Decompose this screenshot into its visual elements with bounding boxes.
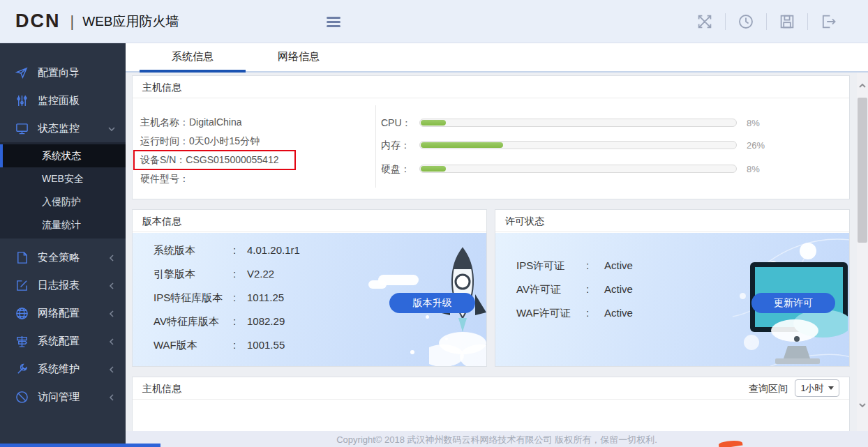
page-footer: Copyright© 2018 武汉神州数码云科网络技术有限公司 版权所有，保留… xyxy=(126,431,868,447)
sliders-icon xyxy=(15,94,29,107)
license-row: AV许可证:Active xyxy=(516,278,633,301)
sidebar-item-label: 日志报表 xyxy=(38,279,80,292)
sidebar-subitem-traffic-stats[interactable]: 流量统计 xyxy=(0,213,126,236)
wrench-icon xyxy=(15,363,29,376)
panel-title: 版本信息 xyxy=(133,210,486,232)
sparkle-dot xyxy=(426,315,429,319)
tab-network-info[interactable]: 网络信息 xyxy=(246,43,352,73)
disk-progressbar xyxy=(419,165,737,173)
sidebar-subitem-system-status[interactable]: 系统状态 xyxy=(0,144,126,167)
version-row: WAF版本:1001.55 xyxy=(154,333,300,357)
header-divider xyxy=(766,13,767,30)
license-panel-body: IPS许可证:Active AV许可证:Active WAF许可证:Active… xyxy=(495,233,849,366)
sidebar-item-security-policy[interactable]: 安全策略 xyxy=(0,243,126,271)
sidebar-item-access-management[interactable]: 访问管理 xyxy=(0,383,126,411)
scrollbar-thumb[interactable] xyxy=(858,98,867,243)
sidebar-item-label: 网络配置 xyxy=(38,307,80,320)
uptime-row: 运行时间：0天0小时15分钟 xyxy=(140,132,278,151)
edit-icon xyxy=(15,279,29,292)
memory-percent: 26% xyxy=(747,140,765,151)
paper-plane-icon xyxy=(15,66,29,79)
panel-title: 许可状态 xyxy=(495,210,849,232)
panel-title: 主机信息 xyxy=(133,76,849,98)
copyright-text: Copyright© 2018 武汉神州数码云科网络技术有限公司 版权所有，保留… xyxy=(336,434,657,445)
header-divider xyxy=(807,13,808,30)
chevron-left-icon xyxy=(107,308,116,317)
logout-icon[interactable] xyxy=(820,13,837,30)
cloud-shape xyxy=(368,280,387,289)
cpu-progressbar xyxy=(419,119,737,127)
sidebar-item-system-maintenance[interactable]: 系统维护 xyxy=(0,355,126,383)
chevron-left-icon xyxy=(107,392,116,400)
sidebar-item-label: 系统维护 xyxy=(38,363,80,376)
license-row: WAF许可证:Active xyxy=(516,301,633,325)
status-monitor-submenu: 系统状态 WEB安全 入侵防护 流量统计 xyxy=(0,142,126,238)
chevron-left-icon xyxy=(107,252,116,261)
version-panel-body: 系统版本:4.01.20.1r1 引擎版本:V2.22 IPS特征库版本:101… xyxy=(133,233,486,366)
version-upgrade-button[interactable]: 版本升级 xyxy=(389,293,475,313)
query-range-select[interactable]: 1小时 xyxy=(795,379,839,397)
sidebar-nav: 配置向导 监控面板 状态监控 系统状态 WEB安全 入侵防护 流量统计 xyxy=(0,43,126,447)
bottom-accent-bar xyxy=(0,444,160,447)
sparkle-dot xyxy=(410,350,414,354)
dcn-logo: DCN xyxy=(15,10,61,32)
sidebar-item-system-config[interactable]: 系统配置 xyxy=(0,327,126,355)
sidebar-item-label: 安全策略 xyxy=(38,251,80,264)
vertical-scrollbar[interactable] xyxy=(857,73,868,431)
dropdown-caret-icon xyxy=(828,386,834,390)
app-window: DCN | WEB应用防火墙 xyxy=(0,0,868,447)
globe-icon xyxy=(15,307,29,320)
cpu-percent: 8% xyxy=(747,118,760,128)
sidebar-item-label: 监控面板 xyxy=(38,94,80,107)
sidebar-item-status-monitor[interactable]: 状态监控 xyxy=(0,114,126,142)
logo-divider: | xyxy=(70,13,75,31)
license-rows: IPS许可证:Active AV许可证:Active WAF许可证:Active xyxy=(516,254,633,325)
scroll-up-arrow[interactable] xyxy=(857,75,868,96)
header-divider xyxy=(725,13,726,30)
panel-title: 主机信息 xyxy=(142,377,181,400)
sidebar-item-label: 状态监控 xyxy=(38,122,80,135)
sidebar-item-label: 访问管理 xyxy=(38,391,80,404)
sidebar-item-log-reports[interactable]: 日志报表 xyxy=(0,271,126,299)
app-title: WEB应用防火墙 xyxy=(82,13,179,31)
version-row: 系统版本:4.01.20.1r1 xyxy=(154,238,300,262)
sidebar-item-dashboard[interactable]: 监控面板 xyxy=(0,86,126,114)
version-info-panel: 版本信息 系统版本:4.01.20.1r1 引擎版本:V2.22 I xyxy=(132,209,487,367)
memory-progressbar xyxy=(419,141,737,149)
serial-number-highlight-box xyxy=(133,150,296,170)
query-range-label: 查询区间 xyxy=(749,377,788,400)
hardware-model-row: 硬件型号： xyxy=(140,169,278,188)
scroll-down-arrow[interactable] xyxy=(857,395,868,416)
sparkle-dot xyxy=(445,338,448,340)
vertical-divider xyxy=(375,105,376,188)
sidebar-item-network-config[interactable]: 网络配置 xyxy=(0,299,126,327)
fullscreen-icon[interactable] xyxy=(696,13,713,30)
save-icon[interactable] xyxy=(779,13,795,30)
license-status-panel: 许可状态 IPS许可证:Active AV许可证:A xyxy=(495,209,850,367)
sidebar-subitem-intrusion-prevention[interactable]: 入侵防护 xyxy=(0,190,126,213)
license-row: IPS许可证:Active xyxy=(516,254,633,278)
disk-percent: 8% xyxy=(747,164,760,174)
top-header: DCN | WEB应用防火墙 xyxy=(0,0,868,43)
version-row: IPS特征库版本:1011.25 xyxy=(154,286,300,310)
host-name-row: 主机名称：DigitalChina xyxy=(140,113,278,132)
version-rows: 系统版本:4.01.20.1r1 引擎版本:V2.22 IPS特征库版本:101… xyxy=(154,238,300,357)
chevron-left-icon xyxy=(107,336,116,344)
orange-illustration-fragment xyxy=(719,439,743,447)
chevron-down-icon xyxy=(107,123,116,132)
host-info-panel: 主机信息 主机名称：DigitalChina 运行时间：0天0小时15分钟 设备… xyxy=(132,75,850,199)
chevron-left-icon xyxy=(107,280,116,289)
version-row: 引擎版本:V2.22 xyxy=(154,262,300,286)
sidebar-item-config-wizard[interactable]: 配置向导 xyxy=(0,59,126,86)
monitor-icon xyxy=(15,122,29,135)
tab-system-info[interactable]: 系统信息 xyxy=(140,43,246,73)
sidebar-item-label: 系统配置 xyxy=(38,335,80,348)
document-icon xyxy=(15,251,29,264)
menu-toggle-icon[interactable] xyxy=(327,17,341,27)
sidebar-subitem-web-security[interactable]: WEB安全 xyxy=(0,167,126,190)
history-clock-icon[interactable] xyxy=(738,13,754,30)
chevron-left-icon xyxy=(107,364,116,372)
query-range-value: 1小时 xyxy=(800,377,823,400)
update-license-button[interactable]: 更新许可 xyxy=(751,293,835,313)
signpost-icon xyxy=(15,335,29,348)
